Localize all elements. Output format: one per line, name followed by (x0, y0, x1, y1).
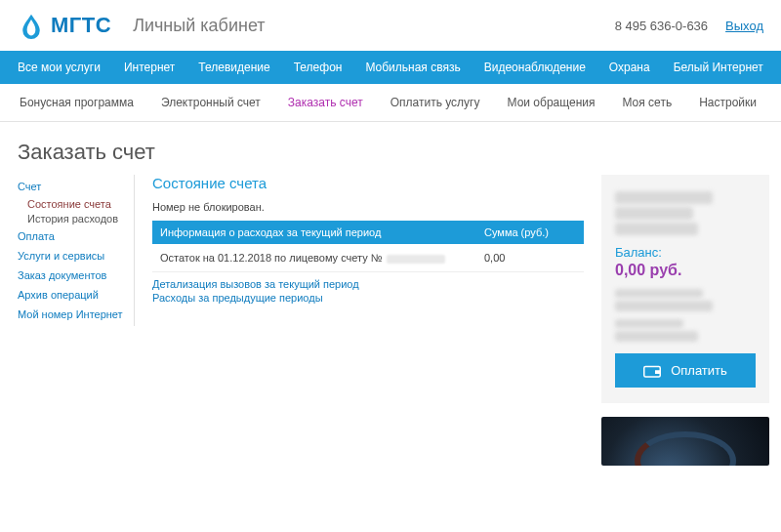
nav-primary-item[interactable]: Мобильная связь (353, 51, 472, 84)
nav-secondary-item[interactable]: Электронный счет (147, 84, 274, 121)
promo-banner[interactable] (601, 417, 769, 466)
account-label-masked (615, 319, 683, 328)
nav-secondary-item[interactable]: Настройки (685, 84, 770, 121)
page-title: Заказать счет (0, 122, 781, 175)
sidebar-group[interactable]: Оплата (18, 228, 124, 244)
balance-value: 0,00 руб. (615, 262, 756, 279)
blocking-note: Номер не блокирован. (152, 201, 584, 213)
nav-primary-item[interactable]: Все мои услуги (6, 51, 112, 84)
account-number-masked (387, 255, 445, 264)
nav-secondary-item[interactable]: Мои обращения (494, 84, 609, 121)
phone-value-masked (615, 301, 713, 311)
col-info: Информация о расходах за текущий период (152, 221, 476, 244)
cabinet-title: Личный кабинет (133, 16, 265, 36)
right-column: Баланс: 0,00 руб. Оплатить (601, 175, 769, 466)
logout-link[interactable]: Выход (725, 19, 763, 33)
main: Счет Состояние счета История расходов Оп… (0, 175, 781, 485)
pay-button[interactable]: Оплатить (615, 353, 756, 388)
sidebar: Счет Состояние счета История расходов Оп… (18, 175, 135, 326)
link-prev-periods[interactable]: Расходы за предыдущие периоды (152, 292, 584, 304)
balance-label: Баланс: (615, 245, 756, 260)
sidebar-group[interactable]: Архив операций (18, 287, 124, 303)
row-label-text: Остаток на 01.12.2018 по лицевому счету … (160, 252, 383, 264)
nav-secondary: Бонусная программа Электронный счет Зака… (0, 84, 781, 122)
user-name-masked (615, 191, 713, 204)
sidebar-group[interactable]: Услуги и сервисы (18, 248, 124, 264)
sidebar-sub-item[interactable]: История расходов (18, 213, 124, 225)
row-value: 0,00 (476, 244, 584, 272)
link-detail-current[interactable]: Детализация вызовов за текущий период (152, 278, 584, 290)
brand-name: МГТС (51, 13, 111, 38)
nav-primary: Все мои услуги Интернет Телевидение Теле… (0, 51, 781, 84)
sidebar-sub-item[interactable]: Состояние счета (18, 198, 124, 210)
nav-primary-item[interactable]: Антивирус (775, 51, 781, 84)
nav-primary-item[interactable]: Интернет (112, 51, 186, 84)
nav-primary-item[interactable]: Белый Интернет (662, 51, 775, 84)
section-title: Состояние счета (152, 175, 584, 191)
user-name-masked (615, 207, 693, 220)
row-label: Остаток на 01.12.2018 по лицевому счету … (152, 244, 476, 272)
table-row: Остаток на 01.12.2018 по лицевому счету … (152, 244, 584, 272)
expense-table: Информация о расходах за текущий период … (152, 221, 584, 272)
detail-links: Детализация вызовов за текущий период Ра… (152, 278, 584, 304)
sidebar-group[interactable]: Заказ документов (18, 267, 124, 283)
svg-rect-1 (655, 370, 660, 374)
nav-primary-item[interactable]: Телевидение (186, 51, 281, 84)
sidebar-group[interactable]: Счет (18, 179, 124, 194)
droplet-icon (18, 12, 45, 39)
pay-button-label: Оплатить (671, 363, 727, 378)
phone-label-masked (615, 289, 703, 298)
account-card: Баланс: 0,00 руб. Оплатить (601, 175, 769, 403)
nav-primary-item[interactable]: Охрана (597, 51, 662, 84)
support-phone: 8 495 636-0-636 (615, 19, 708, 33)
wallet-icon (643, 364, 661, 378)
content: Состояние счета Номер не блокирован. Инф… (152, 175, 584, 306)
nav-secondary-item[interactable]: Заказать счет (274, 84, 377, 121)
nav-secondary-item[interactable]: Бонусная программа (6, 84, 147, 121)
nav-secondary-item[interactable]: Оплатить услугу (377, 84, 494, 121)
brand-logo[interactable]: МГТС (18, 12, 111, 39)
account-value-masked (615, 331, 698, 342)
sidebar-group[interactable]: Мой номер Интернет (18, 307, 124, 322)
nav-secondary-item[interactable]: Моя сеть (608, 84, 685, 121)
nav-primary-item[interactable]: Видеонаблюдение (473, 51, 597, 84)
header: МГТС Личный кабинет 8 495 636-0-636 Выхо… (0, 0, 781, 51)
nav-primary-item[interactable]: Телефон (282, 51, 354, 84)
user-name-masked (615, 223, 698, 235)
col-sum: Сумма (руб.) (476, 221, 584, 244)
